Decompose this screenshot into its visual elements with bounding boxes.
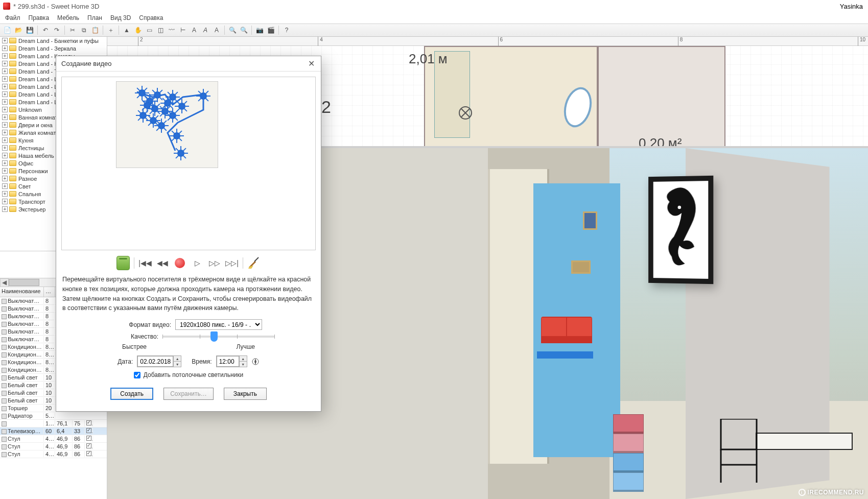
expand-icon[interactable]: + [2,91,8,97]
play-icon[interactable]: ▷ [191,256,204,270]
expand-icon[interactable]: + [2,183,8,189]
trash-icon[interactable] [116,256,130,270]
save-button[interactable]: Сохранить… [163,388,214,400]
camera-node[interactable] [177,150,184,157]
time-input[interactable] [217,356,239,367]
visible-checkbox[interactable] [86,428,91,433]
date-down-icon[interactable]: ▼ [173,362,181,367]
col-dots[interactable]: … [44,287,55,297]
table-row[interactable]: Стул4…46,986 [0,435,107,443]
polyline-icon[interactable]: 〰 [167,25,177,35]
camera-node[interactable] [173,132,180,139]
expand-icon[interactable]: + [2,107,8,112]
table-row[interactable]: 11076,175 [0,420,107,427]
expand-icon[interactable]: + [2,45,8,51]
expand-icon[interactable]: + [2,99,8,105]
paste-icon[interactable]: 📋 [90,25,100,35]
expand-icon[interactable]: + [2,84,8,89]
visible-checkbox[interactable] [86,443,91,448]
menu-3dview[interactable]: Вид 3D [107,13,134,22]
table-row[interactable]: Радиатор5… [0,412,107,420]
select-icon[interactable]: ▲ [122,25,132,35]
expand-icon[interactable]: + [2,68,8,74]
expand-icon[interactable]: + [2,206,8,212]
menu-file[interactable]: Файл [2,13,24,22]
redo-icon[interactable]: ↷ [52,25,62,35]
text-icon[interactable]: A [189,25,199,35]
close-icon[interactable]: ✕ [307,59,316,68]
expand-icon[interactable]: + [2,191,8,197]
video-path-preview[interactable]: [ [150,24],[165,40],[180,28],[200,44],[1… [61,77,316,250]
expand-icon[interactable]: + [2,153,8,158]
photo-icon[interactable]: 📷 [254,25,265,35]
expand-icon[interactable]: + [2,130,8,135]
expand-icon[interactable]: + [2,168,8,174]
expand-icon[interactable]: + [2,76,8,82]
scroll-thumb[interactable] [9,279,39,286]
compass-icon[interactable] [251,358,260,366]
menu-edit[interactable]: Правка [26,13,53,22]
camera-node[interactable] [178,103,185,110]
expand-icon[interactable]: + [2,199,8,204]
format-select[interactable]: 1920x1080 пикс. - 16/9 - … [175,319,262,330]
scroll-left-icon[interactable]: ◀ [0,278,9,287]
expand-icon[interactable]: + [2,160,8,166]
new-icon[interactable]: 📄 [2,25,12,35]
save-icon[interactable]: 💾 [25,25,35,35]
help-icon[interactable]: ? [281,25,292,35]
create-button[interactable]: Создать [110,388,153,400]
pan-icon[interactable]: ✋ [133,25,143,35]
open-icon[interactable]: 📂 [13,25,24,35]
menu-furniture[interactable]: Мебель [54,13,82,22]
expand-icon[interactable]: + [2,137,8,143]
menu-plan[interactable]: План [84,13,105,22]
zoom-out-icon[interactable]: 🔍 [239,25,249,35]
date-up-icon[interactable]: ▲ [173,356,181,362]
expand-icon[interactable]: + [2,61,8,66]
quality-fast-label: Быстрее [122,343,147,350]
wall-icon[interactable]: ▭ [144,25,154,35]
time-spinner[interactable]: ▲▼ [216,355,247,367]
expand-icon[interactable]: + [2,53,8,59]
tree-item[interactable]: +Dream Land - Банкетки и пуфы [0,37,107,44]
video-icon[interactable]: 🎬 [266,25,276,35]
table-row[interactable]: Телевизор …606,433 [0,427,107,435]
cut-icon[interactable]: ✂ [67,25,78,35]
zoom-in-icon[interactable]: 🔍 [227,25,238,35]
forward-icon[interactable]: ▷▷ [208,256,221,270]
dim-label-1: 2,01 м [409,51,448,67]
tree-item[interactable]: +Dream Land - Зеркала [0,44,107,52]
menu-help[interactable]: Справка [136,13,166,22]
skip-start-icon[interactable]: |◀◀ [138,256,152,270]
expand-icon[interactable]: + [2,122,8,128]
expand-icon[interactable]: + [2,114,8,120]
rewind-icon[interactable]: ◀◀ [156,256,169,270]
camera-node[interactable] [200,92,207,100]
quality-slider[interactable] [162,336,275,338]
table-row[interactable]: Стул4…46,986 [0,443,107,450]
time-down-icon[interactable]: ▼ [239,362,247,367]
room-icon[interactable]: ◫ [155,25,166,35]
date-spinner[interactable]: ▲▼ [137,355,181,367]
date-input[interactable] [137,356,173,367]
skip-end-icon[interactable]: ▷▷| [225,256,239,270]
visible-checkbox[interactable] [86,420,91,425]
expand-icon[interactable]: + [2,38,8,43]
expand-icon[interactable]: + [2,176,8,181]
record-icon[interactable] [173,256,186,270]
add-furniture-icon[interactable]: ＋ [106,25,116,35]
broom-icon[interactable] [247,256,261,270]
ceiling-lights-checkbox[interactable] [134,372,140,378]
undo-icon[interactable]: ↶ [40,25,51,35]
expand-icon[interactable]: + [2,145,8,151]
text-italic-icon[interactable]: A [212,25,222,35]
visible-checkbox[interactable] [86,436,91,441]
col-name[interactable]: Наименование [0,287,44,297]
dimension-icon[interactable]: ⊢ [178,25,188,35]
visible-checkbox[interactable] [86,451,91,456]
close-button[interactable]: Закрыть [224,388,267,400]
time-up-icon[interactable]: ▲ [239,356,247,362]
text-bold-icon[interactable]: A [200,25,210,35]
copy-icon[interactable]: ⧉ [79,25,89,35]
table-row[interactable]: Стул4…46,986 [0,450,107,458]
